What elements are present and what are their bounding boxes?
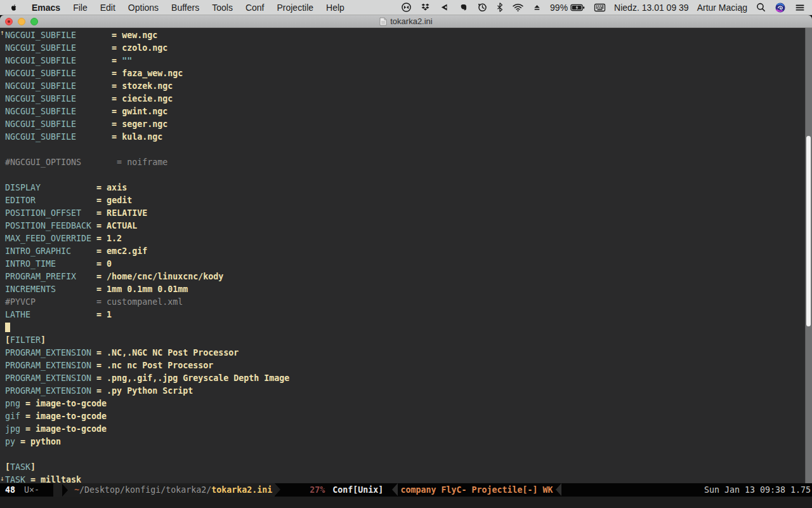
buffer-line: NGCGUI_SUBFILE = kula.ngc: [5, 131, 812, 144]
menu-file[interactable]: File: [67, 0, 94, 15]
buffer-line: NGCGUI_SUBFILE = seger.ngc: [5, 118, 812, 131]
buffer-area[interactable]: NGCGUI_SUBFILE = wew.ngcNGCGUI_SUBFILE =…: [0, 28, 812, 483]
close-button[interactable]: [5, 18, 13, 25]
modeline-major-mode[interactable]: Conf[Unix]: [332, 483, 383, 497]
buffer-line: PROGRAM_EXTENSION = .NC,.NGC NC Post Pro…: [5, 347, 812, 359]
modeline-minor-modes-segment: company FlyC- Projectile[-] WK: [400, 483, 553, 497]
powerline-separator-icon: [62, 484, 68, 497]
modeline-line-number: 48: [5, 483, 15, 497]
scrollbar-track[interactable]: [805, 28, 812, 483]
menu-options[interactable]: Options: [122, 0, 165, 15]
buffer-line: PROGRAM_PREFIX = /home/cnc/linuxcnc/kody: [5, 271, 812, 283]
menu-buffers[interactable]: Buffers: [165, 0, 206, 15]
buffer-line: INTRO_GRAPHIC = emc2.gif: [5, 245, 812, 258]
spotlight-search-icon[interactable]: [756, 0, 766, 15]
buffer-line: INCREMENTS = 1mm 0.1mm 0.01mm: [5, 283, 812, 296]
buffer-line: POSITION_FEEDBACK = ACTUAL: [5, 220, 812, 232]
window-title: tokarka2.ini: [390, 17, 432, 26]
buffer-line: [5, 321, 812, 334]
buffer-line: LATHE = 1: [5, 309, 812, 321]
zoom-button[interactable]: [30, 18, 38, 25]
buffer-line: gif = image-to-gcode: [5, 410, 812, 423]
buffer-line: NGCGUI_SUBFILE = wew.ngc: [5, 29, 812, 42]
buffer-line: TASK = milltask: [5, 474, 812, 483]
buffer-line: MAX_FEED_OVERRIDE = 1.2: [5, 232, 812, 245]
buffer-line: py = python: [5, 436, 812, 448]
buffer-line: POSITION_OFFSET = RELATIVE: [5, 207, 812, 220]
apple-logo-icon: [9, 3, 19, 13]
powerline-separator-icon: [392, 483, 398, 496]
window-controls: [5, 18, 38, 25]
menubar-user-name[interactable]: Artur Maciąg: [697, 3, 747, 13]
buffer-line: png = image-to-gcode: [5, 398, 812, 410]
echo-area: [0, 497, 812, 508]
buffer-line: NGCGUI_SUBFILE = faza_wew.ngc: [5, 67, 812, 80]
unity-icon[interactable]: [439, 0, 450, 15]
buffer-line: [FILTER]: [5, 334, 812, 347]
input-source-icon[interactable]: [594, 0, 606, 15]
modeline-filename: tokarka2.ini: [211, 483, 272, 497]
menu-projectile[interactable]: Projectile: [270, 0, 320, 15]
buffer-line: EDITOR = gedit: [5, 194, 812, 207]
menu-edit[interactable]: Edit: [94, 0, 122, 15]
fringe-continues-below-icon: ↓: [0, 476, 5, 482]
notification-center-icon[interactable]: [794, 0, 806, 15]
buffer-line: NGCGUI_SUBFILE = gwint.ngc: [5, 105, 812, 118]
mask-circle-app-icon[interactable]: [401, 0, 412, 15]
fringe-continues-above-icon: ↑: [0, 30, 5, 36]
buffer-line: PROGRAM_EXTENSION = .png,.gif,.jpg Greys…: [5, 372, 812, 385]
battery-status[interactable]: 99%: [550, 3, 586, 13]
buffer-line: jpg = image-to-gcode: [5, 423, 812, 436]
modeline-directory: /Desktop/konfigi/tokarka2/: [79, 483, 211, 497]
buffer-line: [TASK]: [5, 461, 812, 474]
menu-emacs[interactable]: Emacs: [25, 0, 67, 15]
buffer-line: #NGCGUI_OPTIONS = noiframe: [5, 156, 812, 169]
modeline-mode-segment: 27% Conf[Unix]: [280, 483, 383, 497]
menu-conf[interactable]: Conf: [239, 0, 271, 15]
buffer-line: DISPLAY = axis: [5, 182, 812, 194]
powerline-separator-icon: [556, 483, 561, 496]
bluetooth-icon[interactable]: [496, 0, 504, 15]
macos-menubar: Emacs File Edit Options Buffers Tools Co…: [0, 0, 812, 15]
modeline: 48 U×- ~/Desktop/konfigi/tokarka2/tokark…: [0, 483, 812, 497]
screen: Emacs File Edit Options Buffers Tools Co…: [0, 0, 812, 508]
emacs-frame: NGCGUI_SUBFILE = wew.ngcNGCGUI_SUBFILE =…: [0, 28, 812, 508]
buffer-line: INTRO_TIME = 0: [5, 258, 812, 271]
modeline-buffer-flags: U×-: [24, 483, 39, 497]
buffer-line: #PYVCP = custompanel.xml: [5, 296, 812, 309]
modeline-path-tilde: ~: [74, 483, 79, 497]
wifi-icon[interactable]: [512, 0, 524, 15]
time-machine-icon[interactable]: [477, 0, 488, 15]
battery-percent-label: 99%: [550, 3, 568, 13]
menu-help[interactable]: Help: [320, 0, 351, 15]
buffer-line: PROGRAM_EXTENSION = .nc nc Post Processo…: [5, 359, 812, 372]
scrollbar-thumb[interactable]: [806, 136, 811, 326]
buffer-line: NGCGUI_SUBFILE = ciecie.ngc: [5, 93, 812, 105]
document-icon: [379, 17, 387, 26]
dropbox-icon[interactable]: [420, 0, 431, 15]
battery-icon: [570, 3, 586, 13]
buffer-line: PROGRAM_EXTENSION = .py Python Script: [5, 385, 812, 398]
menubar-menus: Emacs File Edit Options Buffers Tools Co…: [0, 0, 351, 15]
window-titlebar[interactable]: tokarka2.ini: [0, 15, 812, 28]
apple-menu-icon[interactable]: [0, 0, 25, 15]
menubar-clock[interactable]: Niedz. 13.01 09 39: [614, 3, 689, 13]
text-cursor: [5, 323, 10, 332]
buffer-lines: NGCGUI_SUBFILE = wew.ngcNGCGUI_SUBFILE =…: [5, 29, 812, 483]
modeline-minor-modes[interactable]: company FlyC- Projectile[-] WK: [400, 483, 553, 497]
modeline-scroll-percent: 27%: [310, 483, 325, 497]
window-title-group: tokarka2.ini: [379, 17, 432, 26]
buffer-line: NGCGUI_SUBFILE = czolo.ngc: [5, 42, 812, 55]
powerline-separator-icon: [275, 483, 280, 496]
buffer-line: NGCGUI_SUBFILE = "": [5, 55, 812, 67]
modeline-datetime: Sun Jan 13 09:38 1.75: [704, 483, 812, 497]
modeline-path-segment: ~/Desktop/konfigi/tokarka2/tokarka2.ini: [53, 483, 275, 497]
menu-tools[interactable]: Tools: [206, 0, 239, 15]
buffer-line: [5, 448, 812, 461]
siri-icon[interactable]: [775, 0, 786, 15]
evernote-icon[interactable]: [458, 0, 469, 15]
buffer-line: [5, 144, 812, 156]
eject-icon[interactable]: [532, 0, 542, 15]
modeline-left-segment: 48 U×-: [0, 483, 53, 497]
minimize-button[interactable]: [18, 18, 25, 25]
